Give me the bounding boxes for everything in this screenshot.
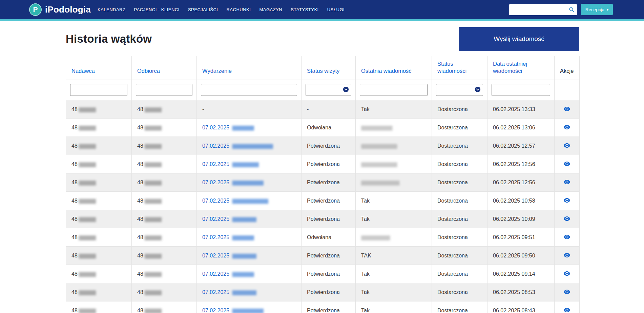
filter-status-wiadomosci-select[interactable] <box>436 84 483 96</box>
event-link[interactable]: 07.02.2025 █████████ <box>202 125 254 130</box>
cell-akcje <box>555 155 580 173</box>
cell-data-ostatniej: 06.02.2025 10:58 <box>487 192 555 210</box>
cell-odbiorca: 48███████ <box>132 265 197 283</box>
cell-wydarzenie: 07.02.2025 ███████████ <box>197 155 302 173</box>
cell-status-wiadomosci: Dostarczona <box>432 247 487 265</box>
cell-status-wizyty: Potwierdzona <box>302 265 356 283</box>
view-thread-button[interactable] <box>563 123 571 131</box>
filter-data-input[interactable] <box>492 84 550 96</box>
event-link[interactable]: 07.02.2025 ███████████ <box>202 161 258 167</box>
nav-item-specjalisci[interactable]: SPECJALIŚCI <box>188 7 218 12</box>
event-link[interactable]: 07.02.2025 █████████████ <box>202 308 263 313</box>
page-title: Historia wątków <box>66 33 152 45</box>
table-row: 48███████ 48███████ 07.02.2025 █████████… <box>66 155 580 173</box>
cell-ostatnia-wiadomosc: Tak <box>356 301 432 313</box>
event-link[interactable]: 07.02.2025 █████████ <box>202 271 254 277</box>
table-row: 48███████ 48███████ 07.02.2025 █████████… <box>66 283 580 301</box>
header-wydarzenie[interactable]: Wydarzenie <box>197 56 302 80</box>
nav-item-rachunki[interactable]: RACHUNKI <box>226 7 251 12</box>
cell-status-wizyty: Odwołana <box>302 228 356 247</box>
event-link[interactable]: 07.02.2025 ███████████████ <box>202 198 268 204</box>
cell-ostatnia-wiadomosc: █████████████ <box>356 119 432 137</box>
cell-status-wizyty: Potwierdzona <box>302 210 356 228</box>
header-status-wiadomosci[interactable]: Status wiadomości <box>432 56 487 80</box>
cell-nadawca: 48███████ <box>66 228 132 247</box>
search-icon[interactable] <box>569 7 575 13</box>
nav-item-uslugi[interactable]: USŁUGI <box>327 7 345 12</box>
cell-nadawca: 48███████ <box>66 192 132 210</box>
global-search <box>509 4 577 15</box>
cell-odbiorca: 48███████ <box>132 100 197 119</box>
view-thread-button[interactable] <box>563 306 571 313</box>
header-ostatnia-wiadomosc[interactable]: Ostatnia wiadomość <box>356 56 432 80</box>
user-menu-button[interactable]: Recepcja ▾ <box>581 4 613 15</box>
view-thread-button[interactable] <box>563 141 571 150</box>
cell-wydarzenie: - <box>197 100 302 119</box>
cell-status-wiadomosci: Dostarczona <box>432 228 487 247</box>
cell-nadawca: 48███████ <box>66 137 132 155</box>
cell-data-ostatniej: 06.02.2025 13:06 <box>487 119 555 137</box>
header-row: Nadawca Odbiorca Wydarzenie Status wizyt… <box>66 56 580 80</box>
header-akcje: Akcje <box>555 56 580 80</box>
view-thread-button[interactable] <box>563 178 571 186</box>
cell-status-wizyty: Potwierdzona <box>302 137 356 155</box>
event-link[interactable]: 07.02.2025 █████████ <box>202 234 254 240</box>
filter-status-wizyty-select[interactable] <box>306 84 351 96</box>
cell-akcje <box>555 247 580 265</box>
event-link[interactable]: 07.02.2025 █████████████ <box>202 180 263 185</box>
cell-status-wizyty: Potwierdzona <box>302 192 356 210</box>
cell-status-wiadomosci: Dostarczona <box>432 210 487 228</box>
cell-ostatnia-wiadomosc: Tak <box>356 210 432 228</box>
view-thread-button[interactable] <box>563 233 571 241</box>
cell-ostatnia-wiadomosc: Tak <box>356 283 432 301</box>
filter-ostatnia-wiadomosc-input[interactable] <box>360 84 428 96</box>
cell-odbiorca: 48███████ <box>132 283 197 301</box>
header-nadawca[interactable]: Nadawca <box>66 56 132 80</box>
view-thread-button[interactable] <box>563 214 571 223</box>
filter-odbiorca-input[interactable] <box>136 84 192 96</box>
cell-status-wizyty: Potwierdzona <box>302 155 356 173</box>
header-odbiorca[interactable]: Odbiorca <box>132 56 197 80</box>
cell-status-wizyty: Potwierdzona <box>302 173 356 192</box>
cell-status-wiadomosci: Dostarczona <box>432 192 487 210</box>
table-row: 48███████ 48███████ 07.02.2025 █████████… <box>66 247 580 265</box>
event-link[interactable]: 07.02.2025 ██████████ <box>202 216 256 222</box>
cell-odbiorca: 48███████ <box>132 119 197 137</box>
cell-akcje <box>555 137 580 155</box>
brand-icon: P <box>29 3 42 16</box>
nav-item-kalendarz[interactable]: KALENDARZ <box>98 7 126 12</box>
nav-item-pacjenci[interactable]: PACJENCI - KLIENCI <box>134 7 179 12</box>
header-status-wizyty[interactable]: Status wizyty <box>302 56 356 80</box>
cell-akcje <box>555 210 580 228</box>
event-link[interactable]: 07.02.2025 ██████████ <box>202 289 256 295</box>
filter-nadawca-input[interactable] <box>70 84 127 96</box>
header-data-ostatniej[interactable]: Data ostatniej wiadomości <box>487 56 555 80</box>
nav-item-statystyki[interactable]: STATYSTYKI <box>291 7 319 12</box>
search-input[interactable] <box>512 6 569 13</box>
view-thread-button[interactable] <box>563 251 571 259</box>
send-message-button[interactable]: Wyślij wiadomość <box>459 27 579 51</box>
cell-wydarzenie: 07.02.2025 ██████████ <box>197 210 302 228</box>
main-content: Historia wątków Wyślij wiadomość Nadawca… <box>66 27 579 313</box>
cell-data-ostatniej: 06.02.2025 09:14 <box>487 265 555 283</box>
cell-status-wiadomosci: Dostarczona <box>432 301 487 313</box>
view-thread-button[interactable] <box>563 269 571 278</box>
cell-wydarzenie: 07.02.2025 █████████████ <box>197 173 302 192</box>
view-thread-button[interactable] <box>563 196 571 205</box>
nav-item-magazyn[interactable]: MAGAZYN <box>259 7 282 12</box>
cell-odbiorca: 48███████ <box>132 192 197 210</box>
view-thread-button[interactable] <box>563 105 571 113</box>
brand-logo[interactable]: P iPodologia <box>29 3 91 16</box>
cell-akcje <box>555 265 580 283</box>
filter-wydarzenie-input[interactable] <box>201 84 297 96</box>
cell-ostatnia-wiadomosc: Tak <box>356 192 432 210</box>
event-link[interactable]: 07.02.2025 █████████████████ <box>202 143 273 149</box>
cell-data-ostatniej: 06.02.2025 08:53 <box>487 283 555 301</box>
cell-data-ostatniej: 06.02.2025 13:33 <box>487 100 555 119</box>
cell-odbiorca: 48███████ <box>132 301 197 313</box>
view-thread-button[interactable] <box>563 160 571 168</box>
view-thread-button[interactable] <box>563 288 571 296</box>
event-link[interactable]: 07.02.2025 ██████████ <box>202 253 256 258</box>
cell-wydarzenie: 07.02.2025 ██████████ <box>197 247 302 265</box>
cell-odbiorca: 48███████ <box>132 155 197 173</box>
